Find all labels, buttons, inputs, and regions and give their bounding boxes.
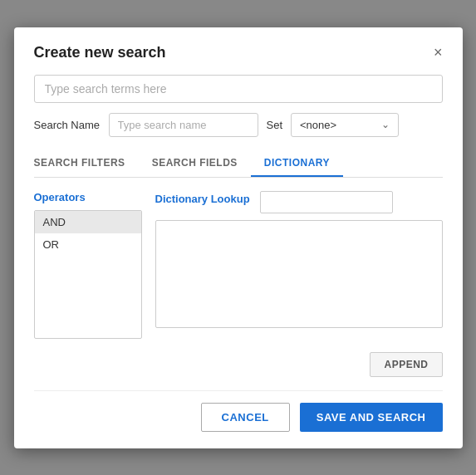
set-label: Set [267, 119, 283, 131]
append-row: APPEND [34, 352, 443, 377]
content-area: Operators AND OR Dictionary Lookup [34, 191, 443, 339]
cancel-button[interactable]: CANCEL [201, 403, 290, 432]
search-name-input[interactable] [109, 113, 258, 137]
search-name-label: Search Name [34, 119, 101, 131]
chevron-down-icon: ⌄ [381, 119, 390, 130]
operators-title: Operators [34, 191, 142, 203]
modal-header: Create new search × [34, 44, 443, 61]
dictionary-results [155, 220, 443, 328]
create-search-modal: Create new search × Search Name Set <non… [14, 27, 463, 448]
tab-search-fields[interactable]: SEARCH FIELDS [139, 150, 251, 177]
dictionary-lookup-input[interactable] [260, 191, 393, 213]
operator-and[interactable]: AND [35, 211, 141, 233]
search-terms-input[interactable] [34, 75, 443, 103]
dictionary-lookup-header: Dictionary Lookup [155, 191, 443, 213]
dictionary-section: Dictionary Lookup [155, 191, 443, 339]
set-dropdown[interactable]: <none> ⌄ [291, 113, 399, 137]
dictionary-title: Dictionary Lookup [155, 193, 250, 205]
save-and-search-button[interactable]: SAVE AND SEARCH [300, 403, 443, 432]
tab-bar: SEARCH FILTERS SEARCH FIELDS DICTIONARY [34, 150, 443, 178]
append-button[interactable]: APPEND [370, 352, 442, 377]
operator-or[interactable]: OR [35, 233, 141, 256]
close-button[interactable]: × [434, 45, 443, 60]
search-name-row: Search Name Set <none> ⌄ [34, 113, 443, 137]
operators-list: AND OR [34, 210, 142, 339]
modal-title: Create new search [34, 44, 166, 61]
set-value: <none> [300, 119, 336, 131]
tab-dictionary[interactable]: DICTIONARY [251, 150, 343, 177]
footer: CANCEL SAVE AND SEARCH [34, 390, 443, 432]
tab-search-filters[interactable]: SEARCH FILTERS [34, 150, 139, 177]
operators-section: Operators AND OR [34, 191, 142, 339]
